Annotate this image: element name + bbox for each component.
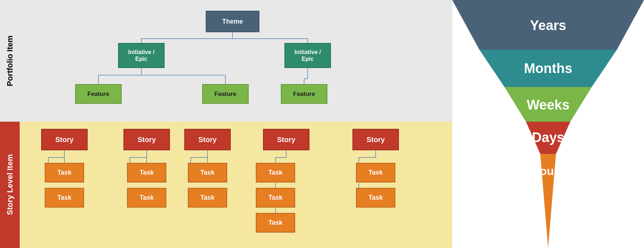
task-box-2-1: Task bbox=[127, 163, 166, 183]
task-box-5-2: Task bbox=[356, 188, 395, 208]
story-box-1: Story bbox=[41, 129, 88, 150]
story-box-3: Story bbox=[184, 129, 231, 150]
story-section: Story Level Item bbox=[0, 122, 452, 248]
funnel-svg bbox=[452, 0, 644, 248]
funnel-area: Years Months Weeks Days Hours bbox=[452, 0, 644, 248]
task-box-3-2: Task bbox=[188, 188, 227, 208]
task-box-1-1: Task bbox=[45, 163, 84, 183]
task-box-4-3: Task bbox=[256, 213, 295, 233]
svg-marker-35 bbox=[479, 50, 617, 87]
initiative-box-1: Initiative /Epic bbox=[118, 43, 165, 68]
story-diagram: Story Story Story Story Story Task Task bbox=[20, 122, 452, 248]
main-area: Portfolio Item bbox=[0, 0, 452, 248]
story-label: Story Level Item bbox=[0, 122, 20, 248]
story-box-2: Story bbox=[123, 129, 170, 150]
portfolio-section: Portfolio Item bbox=[0, 0, 452, 122]
svg-marker-37 bbox=[526, 122, 570, 154]
feature-box-3: Feature bbox=[281, 84, 327, 104]
svg-marker-34 bbox=[452, 0, 644, 50]
portfolio-diagram: Theme Initiative /Epic Initiative /Epic … bbox=[20, 0, 452, 122]
story-box-4: Story bbox=[263, 129, 309, 150]
feature-box-1: Feature bbox=[75, 84, 122, 104]
portfolio-label: Portfolio Item bbox=[0, 0, 20, 122]
initiative-box-2: Initiative /Epic bbox=[284, 43, 331, 68]
svg-marker-36 bbox=[504, 87, 592, 122]
task-box-4-2: Task bbox=[256, 188, 295, 208]
feature-box-2: Feature bbox=[202, 84, 249, 104]
task-box-4-1: Task bbox=[256, 163, 295, 183]
task-box-3-1: Task bbox=[188, 163, 227, 183]
task-box-1-2: Task bbox=[45, 188, 84, 208]
task-box-5-1: Task bbox=[356, 163, 395, 183]
theme-box: Theme bbox=[206, 11, 259, 32]
story-box-5: Story bbox=[352, 129, 399, 150]
task-box-2-2: Task bbox=[127, 188, 166, 208]
svg-marker-38 bbox=[540, 154, 556, 248]
